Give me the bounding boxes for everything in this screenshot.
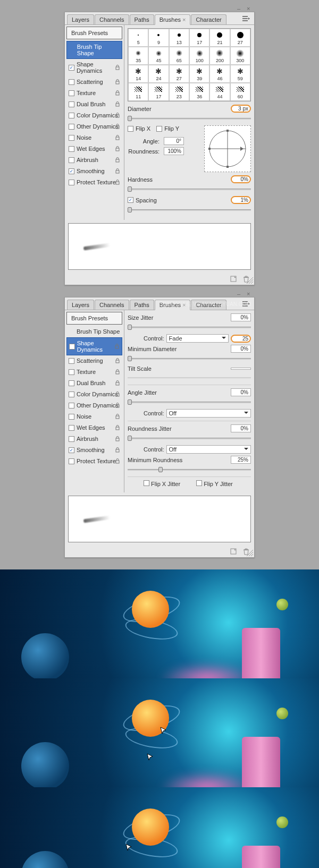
roundness-control-select[interactable]: Off (166, 445, 251, 454)
brush-preset-17[interactable]: 17 (189, 29, 209, 47)
brush-preset-23[interactable]: 23 (169, 83, 189, 101)
roundness-jitter-slider[interactable] (128, 435, 251, 442)
brush-preset-300[interactable]: 300 (230, 47, 250, 65)
sidebar-checkbox[interactable] (69, 358, 74, 364)
minimize-icon[interactable]: – (237, 5, 242, 11)
panel-menu-icon[interactable] (240, 14, 252, 24)
brush-preset-27[interactable]: ✱27 (169, 65, 189, 83)
roundness-jitter-value[interactable]: 0% (231, 424, 251, 432)
sidebar-checkbox[interactable] (69, 124, 74, 130)
brush-preset-46[interactable]: ✱46 (209, 65, 230, 83)
sidebar-item-dual-brush[interactable]: Dual Brush (66, 378, 122, 389)
sidebar-brush-presets[interactable]: Brush Presets (66, 27, 122, 39)
fade-steps-value[interactable]: 25 (231, 335, 251, 343)
resize-handle[interactable] (247, 550, 253, 556)
hardness-value[interactable]: 0% (231, 175, 251, 183)
min-roundness-slider[interactable] (128, 466, 251, 473)
tab-close-icon[interactable]: × (182, 16, 186, 23)
brush-preset-grid[interactable]: 5913172127354565100200300✱14✱24✱27✱39✱46… (128, 28, 251, 101)
sidebar-checkbox[interactable] (69, 344, 75, 350)
sidebar-checkbox[interactable] (69, 403, 74, 409)
brush-preset-39[interactable]: ✱39 (189, 65, 209, 83)
sidebar-item-texture[interactable]: Texture (66, 88, 122, 99)
tab-channels[interactable]: Channels (95, 300, 129, 310)
sidebar-checkbox[interactable] (69, 146, 74, 152)
sidebar-brush-presets[interactable]: Brush Presets (66, 312, 122, 325)
sidebar-checkbox[interactable] (69, 436, 74, 442)
size-jitter-slider[interactable] (128, 324, 251, 331)
sidebar-item-brush-tip-shape[interactable]: Brush Tip Shape (66, 326, 122, 337)
minimize-icon[interactable]: – (237, 291, 242, 296)
sidebar-item-smoothing[interactable]: Smoothing (66, 445, 122, 456)
flipx-jitter-checkbox[interactable] (144, 480, 149, 486)
sidebar-item-airbrush[interactable]: Airbrush (66, 433, 122, 445)
sidebar-item-airbrush[interactable]: Airbrush (66, 155, 122, 166)
size-jitter-value[interactable]: 0% (231, 313, 251, 321)
brush-preset-60[interactable]: 60 (230, 83, 250, 101)
sidebar-item-brush-tip-shape[interactable]: Brush Tip Shape (66, 41, 122, 59)
sidebar-checkbox[interactable] (69, 101, 74, 107)
roundness-value[interactable]: 100% (164, 147, 184, 155)
diameter-slider[interactable] (128, 115, 251, 122)
close-icon[interactable]: × (247, 5, 252, 11)
new-icon[interactable] (230, 275, 237, 283)
min-diameter-value[interactable]: 0% (231, 345, 251, 353)
spacing-slider[interactable] (128, 206, 251, 214)
brush-preset-11[interactable]: 11 (128, 83, 148, 101)
angle-jitter-value[interactable]: 0% (231, 388, 251, 396)
new-icon[interactable] (230, 548, 237, 555)
angle-value[interactable]: 0° (164, 137, 184, 145)
min-roundness-value[interactable]: 25% (231, 456, 251, 464)
sidebar-checkbox[interactable] (69, 168, 74, 174)
brush-preset-5[interactable]: 5 (128, 29, 148, 47)
brush-preset-27[interactable]: 27 (230, 29, 250, 47)
close-icon[interactable]: × (247, 291, 252, 296)
min-diameter-slider[interactable] (128, 355, 251, 362)
tab-layers[interactable]: Layers (67, 14, 94, 24)
sidebar-item-scattering[interactable]: Scattering (66, 355, 122, 367)
brush-preset-65[interactable]: 65 (169, 47, 189, 65)
sidebar-item-protect-texture[interactable]: Protect Texture (66, 177, 122, 188)
brush-preset-59[interactable]: ✱59 (230, 65, 250, 83)
sidebar-item-scattering[interactable]: Scattering (66, 76, 122, 88)
sidebar-checkbox[interactable] (69, 392, 74, 397)
brush-preset-200[interactable]: 200 (209, 47, 230, 65)
angle-control-select[interactable]: Off (166, 409, 251, 418)
tab-character[interactable]: Character (191, 14, 226, 24)
sidebar-item-color-dynamics[interactable]: Color Dynamics (66, 389, 122, 400)
flipy-jitter-checkbox[interactable] (196, 480, 202, 486)
tab-paths[interactable]: Paths (130, 14, 154, 24)
sidebar-checkbox[interactable] (69, 65, 74, 71)
brush-preset-14[interactable]: ✱14 (128, 65, 148, 83)
tab-layers[interactable]: Layers (67, 300, 94, 310)
spacing-checkbox[interactable] (128, 197, 133, 203)
brush-preset-100[interactable]: 100 (189, 47, 209, 65)
angle-jitter-slider[interactable] (128, 398, 251, 406)
sidebar-item-wet-edges[interactable]: Wet Edges (66, 422, 122, 433)
sidebar-checkbox[interactable] (69, 425, 74, 431)
brush-angle-widget[interactable] (204, 125, 251, 172)
sidebar-checkbox[interactable] (69, 79, 74, 85)
sidebar-item-noise[interactable]: Noise (66, 132, 122, 143)
sidebar-item-wet-edges[interactable]: Wet Edges (66, 143, 122, 155)
diameter-value[interactable]: 3 px (231, 105, 251, 113)
sidebar-item-texture[interactable]: Texture (66, 367, 122, 378)
sidebar-item-shape-dynamics[interactable]: Shape Dynamics (66, 337, 122, 355)
sidebar-checkbox[interactable] (69, 180, 74, 185)
size-control-select[interactable]: Fade (166, 334, 229, 343)
brush-preset-13[interactable]: 13 (169, 29, 189, 47)
tab-brushes[interactable]: Brushes× (155, 14, 191, 25)
sidebar-checkbox[interactable] (69, 135, 74, 141)
flipx-checkbox[interactable] (128, 126, 133, 132)
brush-preset-17[interactable]: 17 (148, 83, 169, 101)
sidebar-checkbox[interactable] (69, 369, 74, 375)
sidebar-item-protect-texture[interactable]: Protect Texture (66, 456, 122, 467)
sidebar-item-other-dynamics[interactable]: Other Dynamics (66, 400, 122, 411)
spacing-value[interactable]: 1% (231, 196, 251, 204)
sidebar-checkbox[interactable] (69, 458, 74, 464)
hardness-slider[interactable] (128, 185, 251, 193)
sidebar-checkbox[interactable] (69, 380, 74, 386)
brush-preset-24[interactable]: ✱24 (148, 65, 169, 83)
tab-channels[interactable]: Channels (95, 14, 129, 24)
brush-preset-9[interactable]: 9 (148, 29, 169, 47)
